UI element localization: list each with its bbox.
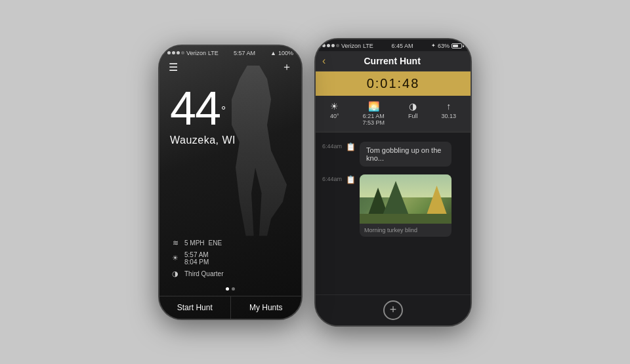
phone2-status-bar: Verizon LTE 6:45 AM ✦ 63% [316, 39, 471, 51]
temp-cell: ☀ 40° [330, 101, 339, 127]
phone2-topbar: ‹ Current Hunt [316, 51, 471, 71]
signal-dots [167, 51, 184, 54]
bluetooth-icon: ✦ [431, 43, 436, 49]
sun-times-cell: 🌅 6:21 AM 7:53 PM [363, 101, 385, 127]
current-hunt-title: Current Hunt [331, 56, 453, 66]
weather-strip: ☀ 40° 🌅 6:21 AM 7:53 PM ◑ Full ↑ 30.13 [316, 96, 471, 133]
phone2-battery: 63% [438, 43, 450, 49]
battery-fill [453, 45, 458, 47]
signal-dot-1 [167, 51, 171, 54]
sunset-time: 8:04 PM [184, 258, 209, 266]
moon-row: ◑ Third Quarter [170, 270, 291, 278]
moon-phase: Third Quarter [184, 270, 223, 277]
feed-time-2: 6:44am [322, 174, 342, 182]
temperature-section: 44° [159, 79, 301, 132]
moon-phase-icon: ◑ [409, 101, 417, 111]
page-indicator [159, 285, 301, 293]
temperature-value: 44 [170, 82, 220, 134]
feed-bubble-1[interactable]: Tom gobbling up on the kno... [360, 142, 452, 167]
phone1-toolbar: ☰ ＋ [159, 58, 301, 79]
wind-icon: ≋ [170, 239, 180, 247]
moon-phase-cell: ◑ Full [408, 101, 418, 127]
indicator-dot-2 [232, 287, 235, 291]
moon-icon: ◑ [170, 270, 180, 278]
feed-item-1: 6:44am 📋 Tom gobbling up on the kno... [316, 138, 471, 171]
carrier-label: Verizon [186, 50, 206, 56]
signal-strength-icon: ▲ [270, 50, 276, 56]
app-container: Verizon LTE 5:57 AM ▲ 100% ☰ ＋ 44° Wauze… [158, 38, 472, 327]
pressure-value: 30.13 [441, 113, 456, 120]
phone2-carrier: Verizon [341, 43, 361, 49]
wind-speed: 5 MPH [184, 239, 205, 247]
signal-dot-3 [177, 51, 180, 54]
note-icon-1: 📋 [346, 142, 356, 152]
sun-icon: ☀ [170, 254, 180, 262]
hamburger-icon[interactable]: ☰ [169, 61, 178, 73]
feed-image-card[interactable]: Morning turkey blind [360, 174, 452, 237]
start-hunt-button[interactable]: Start Hunt [159, 296, 231, 319]
feed-item-2: 6:44am 📋 Morning turkey blind [316, 171, 471, 241]
hunt-image [360, 174, 452, 224]
phone2: Verizon LTE 6:45 AM ✦ 63% ‹ Current Hunt… [314, 38, 472, 327]
wind-row: ≋ 5 MPH ENE [170, 239, 291, 247]
sun-times-value: 6:21 AM 7:53 PM [363, 113, 385, 127]
my-hunts-button[interactable]: My Hunts [231, 296, 302, 319]
sun-times: 5:57 AM 8:04 PM [184, 251, 209, 266]
sunrise-icon: 🌅 [368, 101, 379, 111]
phone2-bottom: + [316, 294, 471, 325]
temp-icon: ☀ [330, 101, 339, 111]
phone1-content: Verizon LTE 5:57 AM ▲ 100% ☰ ＋ 44° Wauze… [159, 46, 301, 319]
wind-direction: ENE [209, 239, 222, 247]
timer-display: 0:01:48 [316, 71, 471, 96]
phone2-time: 6:45 AM [391, 43, 413, 49]
p2-dot4 [336, 44, 339, 47]
moon-phase-value: Full [408, 113, 418, 120]
phone2-carrier-info: Verizon LTE [322, 43, 373, 49]
battery-indicator [452, 43, 464, 49]
signal-dot-2 [172, 51, 175, 54]
p2-dot3 [331, 44, 335, 47]
back-arrow-icon[interactable]: ‹ [322, 55, 326, 67]
add-icon[interactable]: ＋ [282, 60, 292, 74]
indicator-dot-1 [226, 287, 229, 291]
add-entry-button[interactable]: + [383, 300, 403, 320]
battery-body [452, 43, 462, 49]
battery-label: 100% [278, 50, 293, 56]
phone1-bottom-nav: Start Hunt My Hunts [159, 296, 301, 319]
network-label: LTE [208, 50, 219, 56]
carrier-info: Verizon LTE [167, 50, 219, 56]
city-label: Wauzeka, WI [159, 132, 301, 149]
degree-symbol: ° [221, 104, 224, 117]
ground-layer [360, 214, 452, 224]
hunt-feed: 6:44am 📋 Tom gobbling up on the kno... 6… [316, 132, 471, 294]
pressure-icon: ↑ [446, 101, 451, 111]
note-icon-2: 📋 [346, 174, 356, 184]
weather-details: ≋ 5 MPH ENE ☀ 5:57 AM 8:04 PM ◑ Third Qu… [159, 233, 301, 285]
phone2-network: LTE [363, 43, 373, 49]
phone1: Verizon LTE 5:57 AM ▲ 100% ☰ ＋ 44° Wauze… [158, 45, 303, 320]
battery-tip [463, 45, 464, 47]
phone2-signal-dots [322, 44, 339, 47]
battery-area: ▲ 100% [270, 50, 293, 56]
phone2-battery-area: ✦ 63% [431, 43, 464, 49]
feed-time-1: 6:44am [322, 142, 342, 150]
image-caption: Morning turkey blind [360, 224, 452, 237]
phone1-time: 5:57 AM [234, 50, 255, 56]
add-plus-icon: + [390, 303, 397, 317]
sun-row: ☀ 5:57 AM 8:04 PM [170, 251, 291, 266]
signal-dot-4 [181, 51, 184, 54]
p2-dot2 [327, 44, 330, 47]
sunrise-time: 5:57 AM [184, 251, 209, 258]
phone1-status-bar: Verizon LTE 5:57 AM ▲ 100% [159, 46, 301, 58]
temperature-display: 44° [170, 85, 291, 132]
pressure-cell: ↑ 30.13 [441, 101, 456, 127]
temp-value: 40° [330, 113, 339, 120]
p2-dot1 [322, 44, 326, 47]
